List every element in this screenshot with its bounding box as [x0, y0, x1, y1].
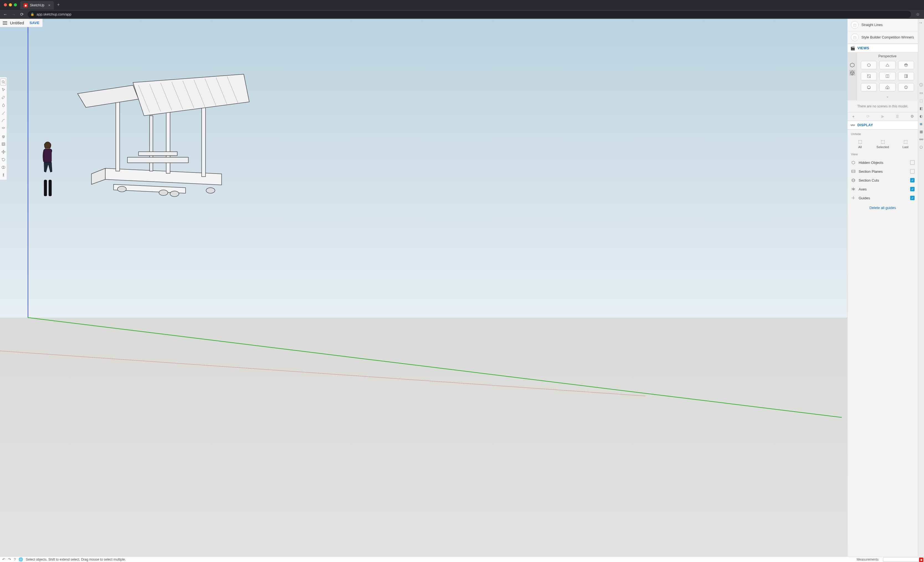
- unhide-last-button[interactable]: ⬚ Last: [897, 139, 914, 149]
- view-top-icon[interactable]: [879, 61, 895, 69]
- lock-icon: 🔒: [30, 12, 34, 16]
- status-bar: ↶ ↷ ? 🌐 Select objects. Shift to extend …: [0, 556, 924, 562]
- select-tool-icon[interactable]: [0, 86, 6, 93]
- line-tool-icon[interactable]: [0, 109, 6, 117]
- language-icon[interactable]: 🌐: [18, 557, 23, 562]
- offset-tool-icon[interactable]: [0, 140, 6, 148]
- browser-tab[interactable]: ◆ SketchUp ×: [20, 1, 54, 9]
- bookmark-star-icon[interactable]: ☆: [914, 12, 921, 17]
- rectangle-tool-icon[interactable]: [0, 125, 6, 132]
- svg-rect-41: [906, 75, 908, 78]
- undo-icon[interactable]: ↶: [2, 557, 5, 562]
- app-header: Untitled SAVE: [0, 19, 43, 27]
- hidden-objects-icon: [851, 160, 856, 165]
- scene-settings-icon[interactable]: ⚙: [910, 114, 915, 119]
- views-expand-icon[interactable]: ⌄: [857, 94, 918, 100]
- style-item-straight-lines[interactable]: ◫ Straight Lines: [848, 19, 918, 31]
- sketchup-logo-icon[interactable]: ◆: [919, 558, 924, 562]
- browser-toolbar: ← → ⟳ 🔒 app.sketchup.com/app ☆: [0, 9, 924, 19]
- layers-icon[interactable]: ≣: [919, 121, 924, 126]
- opt-guides[interactable]: Guides ✓: [848, 193, 918, 202]
- style-item-sb-winners[interactable]: ◫ Style Builder Competition Winners: [848, 31, 918, 44]
- instructor-icon[interactable]: ▭: [919, 90, 924, 95]
- back-button[interactable]: ←: [3, 12, 8, 16]
- view-left-icon[interactable]: [898, 72, 914, 80]
- styles-icon[interactable]: ◐: [919, 114, 924, 118]
- maximize-window-icon[interactable]: [14, 3, 17, 6]
- forward-button[interactable]: →: [11, 12, 16, 16]
- checkbox[interactable]: ✓: [910, 196, 915, 200]
- view-bottom-icon[interactable]: [861, 83, 877, 91]
- svg-rect-27: [128, 157, 188, 163]
- window-controls[interactable]: [2, 3, 18, 6]
- opt-section-cuts[interactable]: Section Cuts ✓: [848, 176, 918, 185]
- redo-icon[interactable]: ↷: [8, 557, 11, 562]
- display-rail-icon[interactable]: 👓: [919, 137, 924, 142]
- address-bar[interactable]: 🔒 app.sketchup.com/app: [28, 11, 911, 18]
- measurements-input[interactable]: [883, 557, 922, 562]
- tab-title: SketchUp: [30, 3, 44, 7]
- walk-tool-icon[interactable]: [0, 171, 6, 178]
- move-tool-icon[interactable]: [0, 148, 6, 155]
- checkbox[interactable]: [910, 169, 915, 174]
- model-viewport[interactable]: [0, 19, 924, 562]
- tape-tool-icon[interactable]: [0, 163, 6, 171]
- parallel-projection-icon[interactable]: [849, 62, 855, 68]
- svg-line-33: [850, 72, 852, 73]
- view-home-icon[interactable]: [879, 83, 895, 91]
- menu-button[interactable]: [3, 21, 7, 25]
- standard-views-grid: [857, 59, 918, 94]
- scale-figure: [40, 141, 56, 199]
- paint-tool-icon[interactable]: [0, 102, 6, 109]
- rotate-tool-icon[interactable]: [0, 156, 6, 163]
- softedges-icon[interactable]: ⬡: [919, 144, 924, 150]
- view-iso-icon[interactable]: [861, 61, 877, 69]
- view-front-icon[interactable]: [898, 61, 914, 69]
- scenes-rail-icon[interactable]: ▦: [919, 129, 924, 134]
- svg-rect-12: [44, 180, 47, 196]
- view-back-icon[interactable]: [879, 72, 895, 80]
- close-tab-icon[interactable]: ×: [48, 3, 50, 7]
- update-scene-icon[interactable]: ⟳: [866, 114, 870, 119]
- scene-toolbar: ＋ ⟳ ▶ 🗑 ⚙: [848, 112, 918, 121]
- views-section-header[interactable]: 🎬 VIEWS: [848, 44, 918, 52]
- glasses-icon: 👓: [850, 123, 855, 127]
- unhide-selected-button[interactable]: ⬚ Selected: [874, 139, 891, 149]
- section-planes-icon: [851, 169, 856, 174]
- delete-all-guides-link[interactable]: Delete all guides: [869, 206, 896, 210]
- unhide-last-icon: ⬚: [903, 139, 908, 144]
- pushpull-tool-icon[interactable]: [0, 133, 6, 140]
- components-icon[interactable]: ⬚: [919, 98, 924, 103]
- expand-panel-icon[interactable]: →: [918, 20, 923, 26]
- entity-info-icon[interactable]: ⓘ: [919, 82, 924, 87]
- search-tool-icon[interactable]: [0, 78, 6, 85]
- materials-icon[interactable]: ◧: [919, 106, 924, 111]
- view-iso2-icon[interactable]: [898, 83, 914, 91]
- delete-scene-icon[interactable]: 🗑: [895, 114, 900, 119]
- add-scene-icon[interactable]: ＋: [851, 114, 856, 119]
- checkbox[interactable]: ✓: [910, 187, 915, 191]
- arc-tool-icon[interactable]: [0, 117, 6, 124]
- opt-hidden-objects[interactable]: Hidden Objects: [848, 158, 918, 167]
- unhide-selected-icon: ⬚: [881, 139, 885, 144]
- view-right-icon[interactable]: [861, 72, 877, 80]
- display-section-header[interactable]: 👓 DISPLAY: [848, 121, 918, 130]
- perspective-projection-icon[interactable]: [849, 70, 855, 76]
- minimize-window-icon[interactable]: [9, 3, 12, 6]
- save-button[interactable]: SAVE: [30, 21, 40, 25]
- opt-axes[interactable]: Axes ✓: [848, 185, 918, 193]
- new-tab-button[interactable]: +: [56, 2, 61, 7]
- checkbox[interactable]: [910, 160, 915, 165]
- status-hint: Select objects. Shift to extend select. …: [26, 558, 854, 562]
- reload-button[interactable]: ⟳: [20, 12, 24, 17]
- checkbox[interactable]: ✓: [910, 178, 915, 183]
- opt-section-planes[interactable]: Section Planes: [848, 167, 918, 176]
- unhide-all-button[interactable]: ⬚ All: [852, 139, 868, 149]
- play-scene-icon[interactable]: ▶: [880, 114, 885, 119]
- help-icon[interactable]: ?: [14, 557, 16, 562]
- close-window-icon[interactable]: [4, 3, 7, 6]
- tab-strip: ◆ SketchUp × +: [0, 0, 924, 9]
- eraser-tool-icon[interactable]: [0, 94, 6, 101]
- svg-point-30: [159, 190, 168, 195]
- svg-rect-4: [2, 142, 5, 145]
